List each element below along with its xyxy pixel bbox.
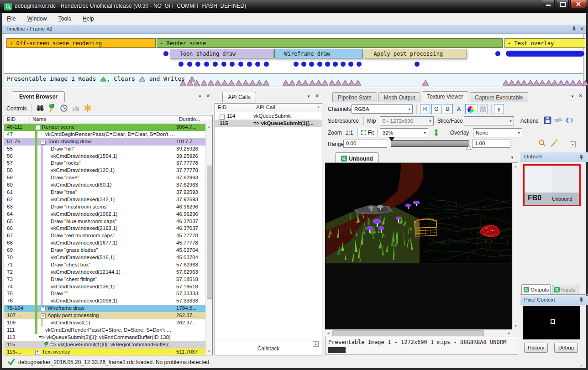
debug-button[interactable]: Debug bbox=[554, 343, 578, 353]
column-api-call[interactable]: API Call bbox=[253, 104, 315, 112]
timeline-event-dot[interactable] bbox=[294, 62, 299, 67]
event-row[interactable]: 115=> vkQueueSubmit(1)[0]: vkBeginComman… bbox=[4, 341, 205, 349]
resize-grip[interactable] bbox=[580, 364, 583, 367]
event-row[interactable]: 61Draw "tree"37.92593 bbox=[4, 189, 205, 196]
expand-icon[interactable]: + bbox=[41, 306, 46, 311]
hscroll-thumb[interactable] bbox=[332, 330, 484, 336]
mip-select[interactable]: 0 - 1272x690▼ bbox=[380, 116, 434, 125]
range-slider[interactable] bbox=[391, 140, 469, 147]
eb-scrollbar-thumb[interactable] bbox=[207, 166, 212, 299]
event-row[interactable]: 76vkCmdDrawIndexed(1098,1)57.33333 bbox=[4, 297, 205, 305]
timeline-event-dot[interactable] bbox=[238, 62, 243, 67]
usage-write-triangle[interactable] bbox=[582, 80, 588, 86]
event-row[interactable]: 46-111−Render scene3064.7... bbox=[4, 124, 205, 131]
chevron-down-icon[interactable]: ▼ bbox=[571, 94, 574, 99]
event-row[interactable]: 109vkCmdDraw(4,1)262.37... bbox=[4, 319, 205, 327]
scroll-down-icon[interactable]: ▼ bbox=[513, 324, 519, 328]
usage-write-triangle[interactable] bbox=[186, 80, 194, 86]
fb0-thumbnail[interactable]: FB0 Unbound bbox=[523, 164, 581, 206]
tab-api-calls[interactable]: API Calls bbox=[222, 92, 256, 102]
eb-scrollbar[interactable]: ▲ ▼ bbox=[205, 124, 212, 355]
scroll-right-icon[interactable]: ► bbox=[507, 331, 511, 335]
timeline-event-dot[interactable] bbox=[341, 62, 346, 67]
event-row[interactable]: 59Draw "cave"37.62963 bbox=[4, 174, 205, 182]
event-row[interactable]: 62vkCmdDrawIndexed(342,1)37.92593 bbox=[4, 196, 205, 203]
usage-write-triangle[interactable] bbox=[200, 80, 208, 86]
tab-capture-executable[interactable]: Capture Executable bbox=[470, 92, 528, 102]
collapse-icon[interactable]: − bbox=[35, 125, 40, 130]
expand-icon[interactable]: + bbox=[35, 350, 40, 355]
timeline-draw-pill[interactable] bbox=[506, 51, 584, 57]
event-row[interactable]: 116-...+Text overlay511.7037 bbox=[4, 349, 205, 355]
usage-write-triangle[interactable] bbox=[235, 80, 242, 86]
event-row[interactable]: 78-104+Wireframe draw1784.5... bbox=[4, 305, 205, 312]
chevron-down-icon[interactable]: ▼ bbox=[198, 94, 202, 99]
maximize-button[interactable] bbox=[556, 0, 569, 8]
event-row[interactable]: 72vkCmdDrawIndexed(12144,1)57.62963 bbox=[4, 269, 205, 276]
time-clock-icon[interactable] bbox=[59, 104, 68, 113]
column-duration[interactable]: Duratio... bbox=[176, 115, 205, 124]
close-icon[interactable]: ✕ bbox=[578, 94, 583, 99]
event-row[interactable]: 68vkCmdDrawIndexed(1677,1)45.77778 bbox=[4, 240, 205, 247]
range-min-input[interactable]: 0.00 bbox=[343, 140, 387, 148]
zoom-select[interactable]: 32%▼ bbox=[380, 128, 428, 137]
texture-display[interactable] bbox=[325, 163, 512, 329]
timeline-marker-text-overlay[interactable]: - Text overlay bbox=[504, 38, 585, 48]
statistics-icon[interactable] bbox=[71, 104, 80, 113]
range-expand-button[interactable]: ▼ bbox=[570, 141, 576, 147]
event-row[interactable]: 65Draw "blue mushroom caps"46.37037 bbox=[4, 218, 205, 225]
event-row[interactable]: 64vkCmdDrawIndexed(1062,1)46.96296 bbox=[4, 211, 205, 218]
channel-blue-button[interactable]: B bbox=[443, 104, 453, 114]
column-eid[interactable]: EID bbox=[4, 115, 30, 124]
range-black-handle[interactable] bbox=[389, 137, 394, 141]
scroll-down-icon[interactable]: ▼ bbox=[206, 349, 212, 354]
usage-write-triangle[interactable] bbox=[193, 80, 200, 86]
timeline-event-dot[interactable] bbox=[213, 62, 218, 67]
texture-hscrollbar[interactable]: ◄ ► bbox=[325, 329, 512, 336]
scroll-left-icon[interactable]: ◄ bbox=[326, 331, 330, 335]
event-row[interactable]: 57Draw "rocks"37.77778 bbox=[4, 160, 205, 167]
channels-select[interactable]: RGBA▼ bbox=[352, 104, 413, 114]
close-icon[interactable]: ✕ bbox=[206, 94, 210, 99]
scroll-up-icon[interactable]: ▲ bbox=[315, 104, 322, 112]
timeline-marker-off-screen-scene-rendering[interactable]: + Off-screen scene rendering bbox=[6, 38, 156, 48]
timeline-event-dot[interactable] bbox=[415, 62, 420, 67]
timeline-event-dot[interactable] bbox=[221, 62, 226, 67]
menu-file[interactable]: File bbox=[2, 14, 21, 22]
tab-outputs[interactable]: Outputs bbox=[521, 284, 551, 294]
event-row[interactable]: 55Draw "hill"39.25926 bbox=[4, 146, 205, 153]
tab-pipeline-state[interactable]: Pipeline State bbox=[332, 92, 377, 102]
save-icon[interactable] bbox=[543, 116, 552, 125]
zoom-fit-button[interactable]: Fit bbox=[357, 128, 378, 137]
api-call-row[interactable]: +114vkQueueSubmit bbox=[215, 112, 322, 120]
link-icon[interactable] bbox=[554, 116, 563, 124]
tab-unbound-texture[interactable]: Unbound bbox=[335, 152, 379, 162]
usage-write-triangle[interactable] bbox=[354, 80, 362, 86]
event-row[interactable]: 63Draw "mushroom stems"46.96296 bbox=[4, 203, 205, 211]
channel-green-button[interactable]: G bbox=[431, 104, 441, 114]
goto-flag-icon[interactable] bbox=[47, 104, 57, 113]
usage-write-triangle[interactable] bbox=[262, 80, 270, 86]
timeline-event-dot[interactable] bbox=[247, 62, 252, 67]
usage-write-triangle[interactable] bbox=[228, 80, 235, 86]
timeline-marker-wireframe-draw[interactable]: - Wireframe draw bbox=[274, 49, 363, 58]
channel-alpha-button[interactable]: A bbox=[454, 104, 463, 114]
tab-mesh-output[interactable]: Mesh Output bbox=[378, 92, 420, 102]
pin-icon[interactable] bbox=[579, 297, 584, 303]
channel-red-button[interactable]: R bbox=[420, 104, 430, 114]
column-name[interactable]: Name bbox=[30, 115, 176, 124]
overlay-select[interactable]: None▼ bbox=[473, 128, 522, 137]
tab-texture-viewer[interactable]: Texture Viewer bbox=[422, 91, 468, 102]
event-row[interactable]: 58vkCmdDrawIndexed(120,1)37.77778 bbox=[4, 167, 205, 174]
slice-face-select[interactable]: ▼ bbox=[464, 116, 514, 125]
menu-window[interactable]: Window bbox=[22, 14, 52, 22]
color-wheel-button[interactable] bbox=[465, 104, 476, 114]
event-row[interactable]: 70vkCmdDrawIndexed(516,1)45.03704 bbox=[4, 254, 205, 261]
event-row[interactable]: 60vkCmdDrawIndexed(60,1)37.62963 bbox=[4, 182, 205, 189]
collapse-icon[interactable]: − bbox=[41, 313, 46, 318]
usage-write-triangle[interactable] bbox=[179, 80, 187, 86]
event-row[interactable]: 56vkCmdDrawIndexed(1554,1)39.25926 bbox=[4, 153, 205, 160]
timeline-event-dot[interactable] bbox=[264, 62, 269, 67]
tab-inputs[interactable]: Inputs bbox=[552, 285, 578, 294]
event-row[interactable]: 74vkCmdDrawIndexed(138,1)57.18518 bbox=[4, 283, 205, 291]
